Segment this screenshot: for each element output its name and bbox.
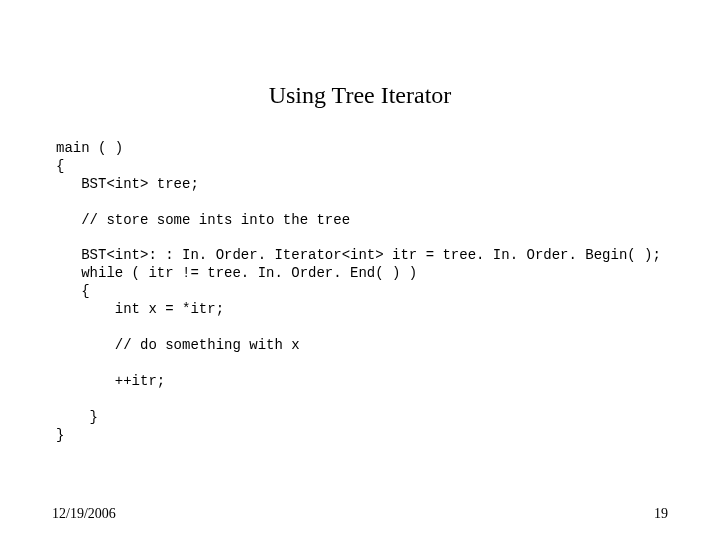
footer-date: 12/19/2006: [52, 506, 116, 522]
slide: Using Tree Iterator main ( ) { BST<int> …: [0, 0, 720, 540]
code-block: main ( ) { BST<int> tree; // store some …: [56, 140, 664, 444]
slide-title: Using Tree Iterator: [0, 82, 720, 109]
footer-page-number: 19: [654, 506, 668, 522]
